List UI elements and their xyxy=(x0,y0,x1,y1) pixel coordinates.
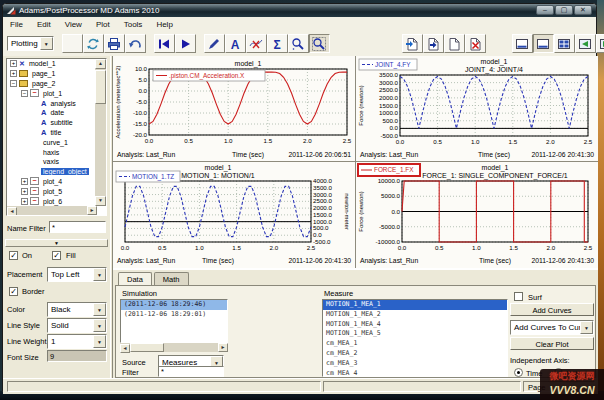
expand-icon[interactable]: + xyxy=(10,60,17,67)
tree-item-label[interactable]: haxis xyxy=(41,149,61,156)
add-curves-to-current-select[interactable]: Add Curves To Current F ▼ xyxy=(510,320,594,335)
layout-single-alt-button[interactable] xyxy=(533,34,554,53)
time-radio[interactable] xyxy=(514,368,523,377)
scrollbar-thumb[interactable] xyxy=(130,343,164,352)
tree-item-legend_object[interactable]: legend_object xyxy=(7,167,95,177)
tree-item-label[interactable]: model_1 xyxy=(27,60,58,67)
export-page-button[interactable] xyxy=(423,34,444,53)
title-bar[interactable]: Adams/PostProcessor MD Adams 2010 – ▢ ✕ xyxy=(3,4,596,17)
layout-single-button[interactable] xyxy=(512,34,533,53)
placement-select[interactable]: Top Left ▼ xyxy=(47,267,107,282)
zoom-area-button[interactable] xyxy=(309,34,330,53)
tree-item-label[interactable]: page_1 xyxy=(30,70,57,77)
chevron-down-icon[interactable]: ▼ xyxy=(93,335,106,348)
expand-icon[interactable]: + xyxy=(10,70,17,77)
tree-scrollbar-thumb[interactable] xyxy=(95,70,106,104)
next-view-button[interactable] xyxy=(596,34,604,53)
tree-item-vaxis[interactable]: vaxis xyxy=(7,157,95,167)
collapse-icon[interactable]: − xyxy=(10,80,17,87)
tree-item-label[interactable]: curve_1 xyxy=(41,139,70,146)
pen-tool-button[interactable] xyxy=(204,34,225,53)
measure-list-item[interactable]: MOTION_1_MEA_5 xyxy=(323,329,507,339)
tree-item-plot_5[interactable]: +~plot_5 xyxy=(7,186,95,196)
line-style-select[interactable]: Solid ▼ xyxy=(47,318,107,333)
measure-list-item[interactable]: cm_MEA_1 xyxy=(323,339,507,349)
simulation-list-item[interactable]: (2011-12-06 18:29:01) xyxy=(121,310,227,320)
collapse-properties-button[interactable]: ▼ xyxy=(5,239,108,247)
plot-3-motion1-torque[interactable]: 0.00.51.01.52.02.54000.03500.03000.02500… xyxy=(113,162,355,268)
layout-grid-button[interactable] xyxy=(554,34,575,53)
plot-2-joint4-force[interactable]: 0.00.51.01.52.02.53500.03000.02500.02000… xyxy=(356,56,598,161)
plot-4-force1[interactable]: 0.00.51.01.52.02.510000.05000.00.0-5000.… xyxy=(356,162,598,268)
tab-math[interactable]: Math xyxy=(154,272,189,285)
tree-item-label[interactable]: plot_6 xyxy=(41,198,64,205)
border-checkbox[interactable]: ✓ xyxy=(9,287,18,296)
add-curves-button[interactable]: Add Curves xyxy=(510,303,594,316)
fill-checkbox[interactable]: ✓ xyxy=(52,251,61,260)
menu-help[interactable]: Help xyxy=(149,19,179,30)
measure-list-item[interactable]: cm_MEA_3 xyxy=(323,359,507,369)
tree-item-page_1[interactable]: +page_1 xyxy=(7,69,95,79)
tab-data[interactable]: Data xyxy=(118,272,152,285)
tree-item-label[interactable]: plot_1 xyxy=(41,90,64,97)
menu-view[interactable]: View xyxy=(58,19,89,30)
measure-list[interactable]: MOTION_1_MEA_1MOTION_1_MEA_2MOTION_1_MEA… xyxy=(322,299,508,377)
menu-tools[interactable]: Tools xyxy=(117,19,150,30)
tree-item-plot_6[interactable]: +~plot_6 xyxy=(7,196,95,206)
on-checkbox[interactable]: ✓ xyxy=(9,251,18,260)
surf-checkbox[interactable] xyxy=(514,292,523,301)
open-file-button[interactable] xyxy=(62,34,83,53)
close-button[interactable]: ✕ xyxy=(574,5,592,15)
undo-button[interactable] xyxy=(125,34,146,53)
chevron-down-icon[interactable]: ▼ xyxy=(93,319,106,332)
scroll-down-icon[interactable]: ▼ xyxy=(95,196,106,206)
tree-item-title[interactable]: Atitle xyxy=(7,128,95,138)
zoom-button[interactable] xyxy=(288,34,309,53)
menu-file[interactable]: File xyxy=(3,19,30,30)
play-button[interactable] xyxy=(175,34,196,53)
tree-item-label[interactable]: subtitle xyxy=(48,119,74,126)
math-function-button[interactable]: Σ xyxy=(267,34,288,53)
tree-item-curve_1[interactable]: curve_1 xyxy=(7,137,95,147)
expand-icon[interactable]: + xyxy=(21,198,28,205)
tree-item-label[interactable]: date xyxy=(48,109,66,116)
scroll-right-icon[interactable]: ► xyxy=(87,206,97,215)
tree-item-haxis[interactable]: haxis xyxy=(7,147,95,157)
measure-list-item[interactable]: MOTION_1_MEA_1 xyxy=(323,300,507,310)
new-page-button[interactable] xyxy=(444,34,465,53)
import-page-button[interactable] xyxy=(402,34,423,53)
tree-item-label[interactable]: vaxis xyxy=(41,158,61,165)
collapse-icon[interactable]: − xyxy=(21,90,28,97)
tree-item-subtitle[interactable]: Asubtitle xyxy=(7,118,95,128)
tree-horizontal-scrollbar[interactable]: ◄ ► xyxy=(7,206,97,215)
delete-page-button[interactable] xyxy=(465,34,486,53)
reload-button[interactable] xyxy=(83,34,104,53)
text-tool-button[interactable]: A xyxy=(225,34,246,53)
minimize-button[interactable]: – xyxy=(536,5,554,15)
scroll-left-icon[interactable]: ◄ xyxy=(7,207,17,216)
measure-list-item[interactable]: MOTION_1_MEA_2 xyxy=(323,310,507,320)
print-button[interactable] xyxy=(104,34,125,53)
measure-list-item[interactable]: cm_MEA_2 xyxy=(323,349,507,359)
scroll-up-icon[interactable]: ▲ xyxy=(95,59,106,69)
tree-item-label[interactable]: plot_4 xyxy=(41,178,64,185)
expand-icon[interactable]: + xyxy=(21,178,28,185)
filter-input[interactable] xyxy=(158,366,224,377)
tree-item-label[interactable]: title xyxy=(48,129,63,136)
scroll-left-icon[interactable]: ◄ xyxy=(120,344,130,353)
maximize-button[interactable]: ▢ xyxy=(555,5,573,15)
tree-vertical-scrollbar[interactable]: ▲ ▼ xyxy=(95,59,106,206)
expand-icon[interactable]: + xyxy=(21,188,28,195)
tree-item-label[interactable]: page_2 xyxy=(30,80,57,87)
tree-item-date[interactable]: Adate xyxy=(7,108,95,118)
tree-item-label[interactable]: plot_5 xyxy=(41,188,64,195)
color-select[interactable]: Black ▼ xyxy=(47,302,107,317)
line-weight-select[interactable]: 1 ▼ xyxy=(47,334,107,349)
model-tree[interactable]: +✕model_1+page_1−page_2−~plot_1Aanalysis… xyxy=(6,58,107,216)
tree-item-page_2[interactable]: −page_2 xyxy=(7,79,95,89)
measure-list-item[interactable]: MOTION_1_MEA_4 xyxy=(323,320,507,330)
tree-item-model_1[interactable]: +✕model_1 xyxy=(7,59,95,69)
tree-item-plot_1[interactable]: −~plot_1 xyxy=(7,88,95,98)
menu-edit[interactable]: Edit xyxy=(30,19,58,30)
mode-select[interactable]: Plotting ▼ xyxy=(7,36,54,51)
